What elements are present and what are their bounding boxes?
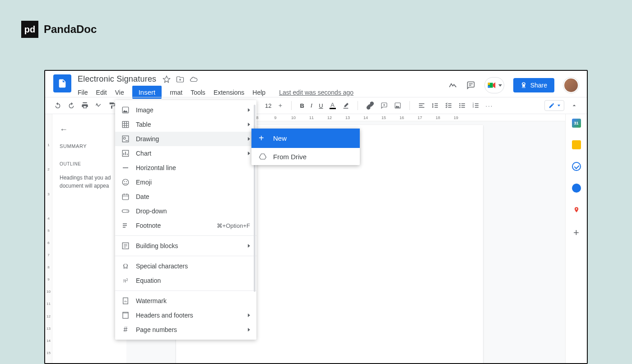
insert-table-label: Table — [136, 121, 151, 128]
insert-image[interactable]: Image — [115, 103, 256, 117]
redo-icon[interactable] — [68, 102, 75, 109]
insert-watermark[interactable]: Watermark — [115, 294, 256, 308]
line-spacing-icon[interactable] — [432, 102, 439, 109]
drawing-new-label: New — [273, 134, 287, 142]
get-addons-icon[interactable]: + — [573, 227, 579, 239]
chart-icon — [121, 149, 130, 157]
insert-image-label: Image — [136, 106, 153, 114]
page-numbers-icon: # — [121, 326, 130, 334]
paint-format-icon[interactable] — [108, 102, 116, 109]
submenu-arrow-icon — [248, 328, 250, 332]
docs-app-icon[interactable] — [53, 74, 71, 92]
submenu-arrow-icon — [248, 108, 250, 112]
submenu-arrow-icon — [248, 313, 250, 317]
insert-building-blocks-label: Building blocks — [136, 242, 178, 249]
text-color-button[interactable]: A — [330, 102, 336, 109]
star-icon[interactable] — [163, 75, 171, 83]
insert-link-icon[interactable] — [366, 101, 374, 110]
emoji-icon — [121, 178, 130, 186]
drawing-from-drive[interactable]: From Drive — [251, 148, 360, 165]
menu-extensions[interactable]: Extensions — [214, 89, 244, 96]
keep-app-icon[interactable] — [572, 140, 581, 149]
menu-format[interactable]: rmat — [170, 89, 182, 96]
bullet-list-icon[interactable] — [459, 102, 466, 109]
toolbar-more[interactable]: ··· — [486, 102, 493, 109]
bold-button[interactable]: B — [300, 102, 304, 109]
insert-equation[interactable]: π² Equation — [115, 273, 256, 288]
menu-view[interactable]: Vie — [115, 89, 124, 96]
meet-button[interactable] — [484, 77, 504, 93]
insert-special-characters[interactable]: Ω Special characters — [115, 259, 256, 273]
add-comment-icon[interactable] — [381, 102, 388, 109]
insert-table[interactable]: Table — [115, 117, 256, 132]
numbered-list-icon[interactable]: 123 — [472, 102, 479, 109]
svg-rect-19 — [122, 210, 129, 212]
insert-image-icon[interactable] — [394, 102, 401, 109]
outline-hint: Headings that you ad document will appea — [60, 174, 119, 190]
svg-point-5 — [459, 107, 460, 108]
insert-horizontal-line[interactable]: Horizontal line — [115, 161, 256, 175]
menu-help[interactable]: Help — [252, 89, 265, 96]
tasks-app-icon[interactable] — [572, 162, 581, 171]
google-docs-window: Electronic Signatures File Edit Vie Inse… — [44, 70, 588, 364]
menu-tools[interactable]: Tools — [191, 89, 205, 96]
svg-rect-1 — [522, 85, 525, 87]
move-icon[interactable] — [176, 75, 184, 83]
side-panel: 31 + — [565, 114, 587, 363]
underline-button[interactable]: U — [319, 102, 323, 109]
maps-app-icon[interactable] — [573, 205, 580, 214]
insert-date[interactable]: Date — [115, 189, 256, 204]
highlight-button[interactable] — [342, 102, 349, 109]
pandadoc-logo: pd PandaDoc — [21, 21, 97, 38]
activity-icon[interactable] — [448, 81, 457, 90]
table-icon — [121, 120, 130, 129]
insert-dropdown[interactable]: Drop-down — [115, 204, 256, 218]
insert-building-blocks[interactable]: Building blocks — [115, 239, 256, 253]
horizontal-line-icon — [121, 164, 130, 172]
share-button-label: Share — [530, 82, 547, 89]
comments-icon[interactable] — [466, 81, 475, 90]
undo-icon[interactable] — [54, 102, 61, 109]
avatar[interactable] — [563, 78, 579, 93]
editing-mode-button[interactable] — [544, 100, 564, 111]
insert-emoji[interactable]: Emoji — [115, 175, 256, 189]
svg-point-15 — [122, 179, 129, 185]
italic-button[interactable]: I — [311, 102, 312, 109]
equation-icon: π² — [121, 276, 130, 285]
checklist-icon[interactable] — [445, 102, 452, 109]
doc-title[interactable]: Electronic Signatures — [78, 74, 156, 84]
menu-file[interactable]: File — [78, 89, 88, 96]
insert-hr-label: Horizontal line — [136, 164, 176, 171]
spellcheck-icon[interactable] — [95, 102, 102, 109]
outline-back-icon[interactable]: ← — [60, 125, 119, 134]
watermark-icon — [121, 297, 130, 305]
pandadoc-mark-icon: pd — [21, 21, 38, 38]
insert-page-numbers[interactable]: # Page numbers — [115, 323, 256, 337]
collapse-toolbar-icon[interactable] — [571, 102, 578, 109]
last-edit-status[interactable]: Last edit was seconds ago — [279, 89, 353, 96]
drive-icon — [259, 152, 267, 161]
contacts-app-icon[interactable] — [572, 184, 581, 193]
insert-footnote-label: Footnote — [136, 222, 161, 229]
align-icon[interactable] — [418, 102, 425, 109]
menu-edit[interactable]: Edit — [96, 89, 107, 96]
calendar-app-icon[interactable]: 31 — [572, 119, 581, 128]
insert-dropdown-label: Drop-down — [136, 207, 167, 215]
svg-point-17 — [126, 181, 127, 182]
insert-page-numbers-label: Page numbers — [136, 326, 177, 333]
font-size-increase-icon[interactable] — [278, 103, 283, 108]
drawing-new[interactable]: + New — [251, 129, 360, 148]
insert-footnote[interactable]: Footnote ⌘+Option+F — [115, 218, 256, 233]
font-size-value[interactable]: 12 — [265, 102, 271, 109]
svg-point-16 — [124, 181, 125, 182]
share-button[interactable]: Share — [513, 78, 554, 92]
date-icon — [121, 193, 130, 201]
insert-chart[interactable]: Chart — [115, 146, 256, 161]
svg-point-9 — [576, 208, 577, 210]
cloud-icon[interactable] — [190, 75, 198, 83]
insert-watermark-label: Watermark — [136, 297, 167, 304]
print-icon[interactable] — [81, 102, 88, 109]
insert-headers-footers[interactable]: Headers and footers — [115, 308, 256, 323]
svg-point-3 — [459, 103, 460, 105]
insert-drawing[interactable]: Drawing — [115, 132, 256, 146]
